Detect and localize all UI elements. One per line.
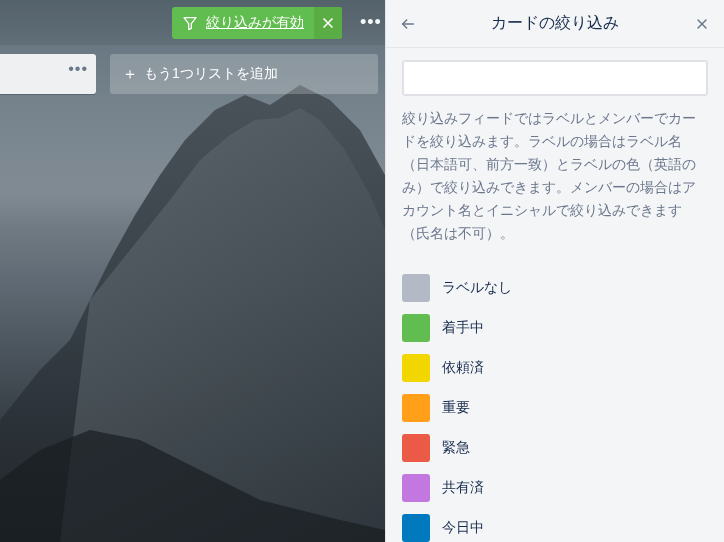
filter-active-pill: 絞り込みが有効 (172, 7, 342, 39)
plus-icon: ＋ (122, 66, 138, 82)
panel-back-button[interactable] (392, 8, 424, 40)
label-color-swatch (402, 394, 430, 422)
list-actions-button[interactable]: ••• (68, 60, 88, 78)
label-list: ラベルなし着手中依頼済重要緊急共有済今日中 (402, 268, 708, 542)
add-list-label: もう1つリストを追加 (144, 65, 278, 83)
label-name: 依頼済 (442, 359, 484, 377)
filter-search-input[interactable] (402, 60, 708, 96)
label-color-swatch (402, 434, 430, 462)
label-row[interactable]: 着手中 (402, 308, 708, 348)
label-row[interactable]: ラベルなし (402, 268, 708, 308)
filter-clear-button[interactable] (314, 7, 342, 39)
label-name: ラベルなし (442, 279, 512, 297)
label-row[interactable]: 依頼済 (402, 348, 708, 388)
panel-body: 絞り込みフィードではラベルとメンバーでカードを絞り込みます。ラベルの場合はラベル… (386, 48, 724, 542)
panel-header: カードの絞り込み (386, 0, 724, 48)
label-name: 今日中 (442, 519, 484, 537)
filter-active-pill-body[interactable]: 絞り込みが有効 (172, 7, 314, 39)
list-card-stub: ••• (0, 54, 96, 94)
close-icon (694, 16, 710, 32)
label-color-swatch (402, 514, 430, 542)
label-name: 重要 (442, 399, 470, 417)
close-icon (320, 15, 336, 31)
panel-close-button[interactable] (686, 8, 718, 40)
label-name: 緊急 (442, 439, 470, 457)
add-another-list-button[interactable]: ＋ もう1つリストを追加 (110, 54, 378, 94)
label-color-swatch (402, 274, 430, 302)
svg-marker-0 (184, 17, 196, 29)
label-color-swatch (402, 314, 430, 342)
label-color-swatch (402, 354, 430, 382)
filter-active-label: 絞り込みが有効 (206, 14, 304, 32)
label-name: 共有済 (442, 479, 484, 497)
filter-icon (182, 15, 198, 31)
label-row[interactable]: 共有済 (402, 468, 708, 508)
label-color-swatch (402, 474, 430, 502)
label-row[interactable]: 重要 (402, 388, 708, 428)
panel-title: カードの絞り込み (491, 13, 619, 34)
filter-cards-panel: カードの絞り込み 絞り込みフィードではラベルとメンバーでカードを絞り込みます。ラ… (385, 0, 724, 542)
label-name: 着手中 (442, 319, 484, 337)
label-row[interactable]: 今日中 (402, 508, 708, 542)
label-row[interactable]: 緊急 (402, 428, 708, 468)
arrow-left-icon (400, 16, 416, 32)
filter-help-text: 絞り込みフィードではラベルとメンバーでカードを絞り込みます。ラベルの場合はラベル… (402, 108, 708, 246)
